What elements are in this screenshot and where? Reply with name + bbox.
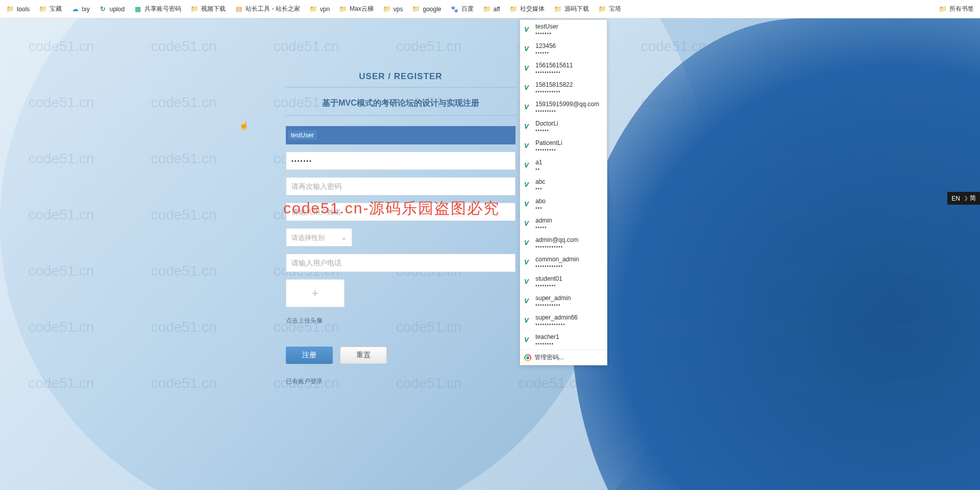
autofill-username: PaticentLi bbox=[535, 139, 562, 146]
folder-icon bbox=[509, 5, 518, 13]
autofill-item[interactable]: Vcommon_admin•••••••••••• bbox=[520, 253, 607, 272]
key-icon: V bbox=[524, 199, 531, 206]
autofill-item[interactable]: VPaticentLi••••••••• bbox=[520, 136, 607, 156]
autofill-item[interactable]: VtestUser••••••• bbox=[520, 20, 607, 39]
password-input[interactable] bbox=[286, 152, 516, 170]
key-icon: V bbox=[524, 218, 531, 226]
autofill-item[interactable]: Va1•• bbox=[520, 156, 607, 175]
bookmark-item[interactable]: 共享账号密码 bbox=[134, 5, 181, 13]
folder-icon bbox=[339, 5, 347, 13]
folder-icon bbox=[412, 5, 420, 13]
bookmark-label: 站长工具 - 站长之家 bbox=[246, 5, 300, 13]
key-icon: V bbox=[524, 44, 531, 51]
autofill-username: DoctorLi bbox=[535, 120, 558, 127]
key-icon: V bbox=[524, 257, 531, 264]
upload-icon bbox=[99, 5, 107, 13]
register-button[interactable]: 注册 bbox=[286, 347, 333, 364]
bookmark-label: 百度 bbox=[461, 5, 474, 13]
autofill-dropdown[interactable]: VtestUser•••••••V123456••••••V1561561561… bbox=[520, 19, 607, 365]
autofill-item[interactable]: V123456•••••• bbox=[520, 39, 607, 59]
chrome-icon bbox=[524, 354, 531, 361]
confirm-password-input[interactable] bbox=[286, 177, 516, 195]
autofill-item[interactable]: V15915915999@qq.com••••••••• bbox=[520, 97, 607, 117]
autofill-item[interactable]: V15815815822••••••••••• bbox=[520, 78, 607, 97]
autofill-item[interactable]: Vadmin@qq.com•••••••••••• bbox=[520, 233, 607, 253]
autofill-password: •••••••••••• bbox=[535, 244, 578, 250]
divider bbox=[286, 115, 516, 116]
autofill-item[interactable]: Vabo••• bbox=[520, 194, 607, 214]
all-bookmarks[interactable]: 所有书签 bbox=[939, 5, 974, 13]
bookmark-label: vps bbox=[394, 6, 403, 13]
folder-icon bbox=[598, 5, 606, 13]
bookmark-label: 源码下载 bbox=[565, 5, 589, 13]
autofill-password: ••• bbox=[535, 205, 546, 211]
key-icon: V bbox=[524, 102, 531, 109]
all-bookmarks-label: 所有书签 bbox=[949, 5, 974, 13]
bookmark-item[interactable]: txy bbox=[71, 5, 89, 13]
autofill-item[interactable]: Vsuper_admin••••••••••• bbox=[520, 291, 607, 311]
sheet-icon bbox=[134, 5, 142, 13]
autofill-username: student01 bbox=[535, 275, 562, 282]
bookmark-label: aff bbox=[494, 6, 500, 13]
bookmark-item[interactable]: vps bbox=[383, 5, 403, 13]
bookmark-item[interactable]: 社交媒体 bbox=[509, 5, 545, 13]
bookmark-label: Max云梯 bbox=[350, 5, 374, 13]
autofill-item[interactable]: Vstudent01••••••••• bbox=[520, 272, 607, 291]
bookmark-label: 宝塔 bbox=[609, 5, 621, 13]
autofill-password: ••••••• bbox=[535, 31, 558, 36]
key-icon: V bbox=[524, 63, 531, 70]
autofill-item[interactable]: Vabc••• bbox=[520, 175, 607, 194]
bookmark-item[interactable]: 视频下载 bbox=[190, 5, 226, 13]
autofill-password: ••• bbox=[535, 186, 545, 191]
nickname-input[interactable] bbox=[286, 203, 516, 221]
bookmark-label: 社交媒体 bbox=[520, 5, 545, 13]
autofill-username: 15615615611 bbox=[535, 62, 573, 69]
autofill-password: •••••• bbox=[535, 128, 558, 133]
bookmark-item[interactable]: tools bbox=[6, 5, 30, 13]
key-icon: V bbox=[524, 238, 531, 245]
bookmark-item[interactable]: 宝藏 bbox=[39, 5, 62, 13]
autofill-password: ••••• bbox=[535, 225, 552, 230]
autofill-password: ••••••••••• bbox=[535, 302, 571, 308]
bookmark-item[interactable]: 百度 bbox=[451, 5, 474, 13]
autofill-item[interactable]: Vadmin••••• bbox=[520, 214, 607, 233]
autofill-username: super_admin bbox=[535, 295, 571, 302]
phone-input[interactable] bbox=[286, 254, 516, 272]
username-input[interactable] bbox=[286, 126, 516, 144]
bookmark-item[interactable]: uplod bbox=[99, 5, 125, 13]
autofill-password: •••••• bbox=[535, 50, 556, 56]
key-icon: V bbox=[524, 315, 531, 323]
bookmark-item[interactable]: 宝塔 bbox=[598, 5, 621, 13]
autofill-item[interactable]: VDoctorLi•••••• bbox=[520, 117, 607, 136]
bookmark-item[interactable]: 源码下载 bbox=[554, 5, 589, 13]
autofill-password: •••••••• bbox=[535, 341, 559, 347]
autofill-item[interactable]: V15615615611••••••••••• bbox=[520, 59, 607, 78]
autofill-password: ••••••••••••• bbox=[535, 322, 578, 327]
avatar-upload[interactable]: + bbox=[286, 279, 345, 307]
key-icon: V bbox=[524, 180, 531, 187]
manage-passwords[interactable]: 管理密码... bbox=[520, 350, 607, 365]
key-icon: V bbox=[524, 335, 531, 342]
folder-icon bbox=[309, 5, 317, 13]
login-link[interactable]: 已有账户登录 bbox=[286, 377, 516, 386]
autofill-username: abc bbox=[535, 178, 545, 185]
autofill-item[interactable]: Vteacher1•••••••• bbox=[520, 330, 607, 350]
autofill-item[interactable]: Vsuper_admin66••••••••••••• bbox=[520, 311, 607, 330]
key-icon: V bbox=[524, 121, 531, 129]
bookmark-item[interactable]: 站长工具 - 站长之家 bbox=[235, 5, 300, 13]
bookmark-item[interactable]: Max云梯 bbox=[339, 5, 374, 13]
autofill-username: 15915915999@qq.com bbox=[535, 101, 599, 108]
bookmark-item[interactable]: aff bbox=[483, 5, 500, 13]
bookmark-item[interactable]: google bbox=[412, 5, 441, 13]
reset-button[interactable]: 重置 bbox=[340, 347, 387, 364]
autofill-password: ••••••••• bbox=[535, 147, 562, 153]
autofill-password: ••••••••••• bbox=[535, 69, 573, 75]
bookmark-label: vpn bbox=[320, 6, 330, 13]
folder-icon bbox=[39, 5, 47, 13]
gender-select[interactable]: 请选择性别 bbox=[286, 228, 352, 247]
bookmark-item[interactable]: vpn bbox=[309, 5, 330, 13]
ime-indicator[interactable]: EN ☽ 简 bbox=[947, 192, 980, 205]
bookmark-label: txy bbox=[82, 6, 89, 13]
tool-icon bbox=[235, 5, 243, 13]
folder-icon bbox=[554, 5, 562, 13]
